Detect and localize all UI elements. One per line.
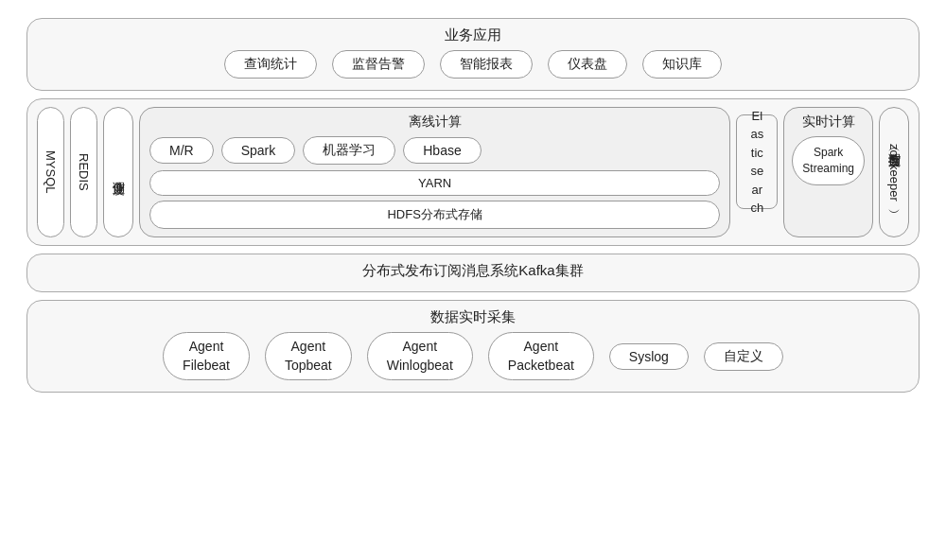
pill-dashboard: 仪表盘 (548, 50, 627, 79)
collect-layer: 数据实时采集 Agent Filebeat Agent Topbeat Agen… (26, 300, 920, 393)
spark-pill: Spark (221, 137, 296, 164)
realtime-title: 实时计算 (802, 114, 855, 131)
agent-winlogbeat-pill: Agent Winlogbeat (367, 332, 473, 380)
zookeeper-vert: 监控与调度（zookeeper） (879, 107, 909, 237)
syslog-pill: Syslog (609, 343, 689, 370)
realtime-box: 实时计算 Spark Streaming (783, 107, 873, 237)
redis-pill: REDIS (70, 107, 97, 237)
collect-title: 数据实时采集 (39, 308, 907, 326)
yarn-pill: YARN (149, 170, 720, 196)
pill-monitor-alert: 监督告警 (332, 50, 425, 79)
pill-smart-report: 智能报表 (440, 50, 533, 79)
offline-bottom-rows: YARN HDFS分布式存储 (149, 170, 720, 229)
agent-filebeat-pill: Agent Filebeat (163, 332, 250, 380)
offline-top-row: M/R Spark 机器学习 Hbase (149, 136, 720, 165)
mysql-pill: MYSQL (37, 107, 64, 237)
offline-title: 离线计算 (149, 114, 720, 131)
architecture-diagram: 业务应用 查询统计 监督告警 智能报表 仪表盘 知识库 MYSQL REDIS … (19, 10, 927, 550)
kafka-label: 分布式发布订阅消息系统Kafka集群 (362, 262, 583, 280)
business-title: 业务应用 (39, 26, 907, 44)
business-layer: 业务应用 查询统计 监督告警 智能报表 仪表盘 知识库 (26, 18, 920, 91)
left-col: MYSQL REDIS 作业调度 (37, 107, 133, 237)
hdfs-pill: HDFS分布式存储 (149, 201, 720, 229)
mr-pill: M/R (149, 137, 214, 164)
agent-packetbeat-pill: Agent Packetbeat (488, 332, 594, 380)
elastic-col: El as tic se ar ch (736, 107, 778, 237)
kafka-layer: 分布式发布订阅消息系统Kafka集群 (26, 254, 920, 292)
elastic-text: El as tic se ar ch (750, 107, 763, 218)
business-pills-row: 查询统计 监督告警 智能报表 仪表盘 知识库 (39, 50, 907, 79)
pill-knowledge: 知识库 (642, 50, 722, 79)
offline-compute-box: 离线计算 M/R Spark 机器学习 Hbase YARN HDFS分布式存储 (139, 107, 730, 237)
agent-topbeat-pill: Agent Topbeat (265, 332, 352, 380)
collect-pills-row: Agent Filebeat Agent Topbeat Agent Winlo… (39, 332, 907, 380)
spark-streaming-pill: Spark Streaming (792, 136, 865, 185)
middle-layer: MYSQL REDIS 作业调度 离线计算 M/R Spark 机器学习 Hba… (26, 98, 920, 246)
job-schedule-pill: 作业调度 (103, 107, 133, 237)
hbase-pill: Hbase (403, 137, 481, 164)
elastic-box: El as tic se ar ch (736, 114, 778, 209)
custom-pill: 自定义 (704, 342, 783, 371)
pill-query-stats: 查询统计 (224, 50, 317, 79)
ml-pill: 机器学习 (303, 136, 395, 165)
